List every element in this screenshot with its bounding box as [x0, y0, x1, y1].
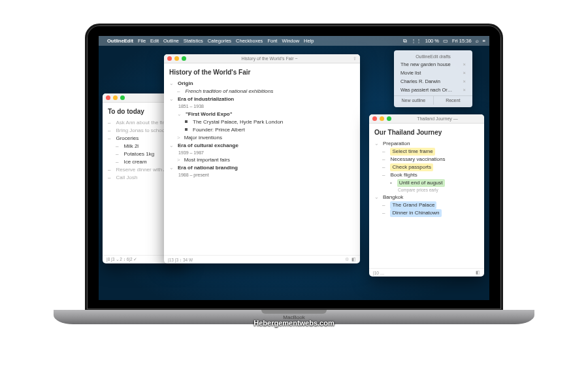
draft-item[interactable]: Charles R. Darwin× — [394, 77, 472, 86]
menu-edit[interactable]: Edit — [150, 38, 159, 44]
drafts-popover: OutlineEdit drafts The new garden house×… — [394, 50, 472, 107]
menubar-extra-icon[interactable]: ⧉ — [403, 38, 407, 44]
battery-percent: 100 % — [425, 38, 439, 44]
outline-item[interactable]: >Most important fairs — [177, 156, 355, 164]
minimize-icon[interactable] — [380, 116, 384, 121]
outline-item[interactable]: –Check passports — [382, 163, 479, 171]
outline-item[interactable]: ⌄Origin — [169, 80, 355, 88]
screen: OutlineEdit File Edit Outline Statistics… — [99, 36, 489, 300]
menu-file[interactable]: File — [138, 38, 146, 44]
outline-item[interactable]: >Major inventions — [177, 134, 355, 142]
share-icon[interactable]: ⇪ — [353, 56, 357, 61]
resize-icon[interactable]: ◧ — [351, 257, 356, 262]
dash-icon: – — [108, 127, 110, 135]
status-text: |10 … — [373, 271, 384, 275]
disclosure-icon[interactable]: > — [177, 156, 180, 164]
wifi-icon[interactable]: ⋮⋮ — [411, 38, 421, 44]
menu-categories[interactable]: Categories — [208, 38, 231, 44]
search-icon[interactable]: ⌕ — [476, 38, 479, 44]
close-icon[interactable] — [167, 56, 172, 61]
item-text: Major inventions — [184, 134, 222, 142]
outline-item[interactable]: –The Grand Palace — [382, 201, 479, 209]
item-text: Necessary vaccinations — [390, 156, 445, 163]
doc-title[interactable]: Our Thailand Journey — [374, 127, 479, 137]
zoom-icon[interactable] — [387, 116, 391, 121]
window-thailand[interactable]: Thailand Journey — Our Thailand Journey … — [369, 114, 484, 277]
watermark: Hebergementwebs.com — [253, 319, 334, 327]
outline-item[interactable]: –French tradition of national exhibition… — [177, 88, 355, 95]
outline-list[interactable]: ⌄Origin–French tradition of national exh… — [169, 80, 355, 179]
disclosure-icon[interactable]: ⌄ — [169, 95, 174, 103]
new-outline-button[interactable]: New outline — [394, 96, 434, 105]
window-history[interactable]: History of the World's Fair ~ ⇪ History … — [164, 54, 360, 263]
item-text: French tradition of national exhibitions — [185, 88, 273, 95]
menu-help[interactable]: Help — [304, 38, 314, 44]
minimize-icon[interactable] — [174, 56, 179, 61]
item-text: The Grand Palace — [390, 201, 436, 209]
outline-item[interactable]: –Dinner in Chinatown — [382, 209, 479, 217]
titlebar[interactable]: History of the World's Fair ~ ⇪ — [164, 54, 360, 63]
outline-item[interactable]: •Until end of august — [390, 179, 479, 187]
outline-item[interactable]: Founder: Prince Albert — [185, 126, 355, 134]
dash-icon: – — [108, 135, 110, 143]
disclosure-icon[interactable]: ⌄ — [169, 80, 174, 88]
doc-title[interactable]: History of the World's Fair — [169, 67, 355, 77]
dash-icon: – — [116, 158, 118, 166]
item-text: Bring Jonas to school — [116, 127, 166, 135]
outline-item[interactable]: –Book flights — [382, 171, 479, 179]
item-text: The Crystal Palace, Hyde Park London — [193, 118, 283, 126]
menu-statistics[interactable]: Statistics — [184, 38, 203, 44]
outline-item[interactable]: ⌄Era of industrialization — [169, 95, 355, 103]
outline-item[interactable]: ⌄Era of cultural exchange — [169, 142, 355, 150]
window-title: History of the World's Fair ~ — [189, 56, 350, 61]
outline-item[interactable]: ⌄Bangkok — [374, 193, 479, 201]
disclosure-icon[interactable]: ⌄ — [177, 110, 182, 118]
item-text: Call Josh — [116, 174, 137, 182]
dash-icon: – — [116, 150, 118, 158]
item-text: Most important fairs — [184, 156, 230, 164]
item-text: Preparation — [383, 140, 410, 148]
outline-note: Compare prices early — [398, 187, 479, 193]
outline-item[interactable]: –Necessary vaccinations — [382, 156, 479, 163]
disclosure-icon[interactable]: ⌄ — [169, 142, 174, 150]
menu-font[interactable]: Font — [267, 38, 277, 44]
dash-icon: – — [108, 119, 110, 127]
menu-window[interactable]: Window — [282, 38, 299, 44]
draft-item[interactable]: Was passiert nach Or…× — [394, 86, 472, 94]
zoom-icon[interactable] — [182, 56, 186, 61]
menu-outline[interactable]: Outline — [163, 38, 179, 44]
disclosure-icon[interactable]: > — [177, 134, 180, 142]
resize-icon[interactable]: ◧ — [476, 270, 480, 275]
battery-icon[interactable]: ▭ — [443, 38, 448, 44]
item-text: Reserve dinner with An — [116, 166, 169, 174]
outline-item[interactable]: The Crystal Palace, Hyde Park London — [185, 118, 355, 126]
zoom-icon[interactable] — [120, 95, 125, 100]
outline-item[interactable]: ⌄Era of national branding — [169, 164, 355, 172]
app-name[interactable]: OutlineEdit — [107, 38, 133, 44]
disclosure-icon[interactable]: ⌄ — [169, 164, 174, 172]
titlebar[interactable]: Thailand Journey — — [369, 114, 484, 124]
item-text: Era of cultural exchange — [178, 142, 238, 150]
gear-icon[interactable]: ⚙ — [345, 257, 349, 262]
outline-item[interactable]: ⌄"First World Expo" — [177, 110, 355, 118]
drafts-title: OutlineEdit drafts — [394, 53, 472, 60]
notification-center-icon[interactable]: ≡ — [483, 38, 485, 44]
clock[interactable]: Fri 15:36 — [452, 38, 472, 44]
close-icon[interactable] — [372, 116, 377, 121]
menu-checkboxes[interactable]: Checkboxes — [236, 38, 263, 44]
outline-list[interactable]: ⌄Preparation–Select time frame–Necessary… — [374, 140, 479, 217]
recent-button[interactable]: Recent — [434, 96, 473, 105]
item-text: Check passports — [390, 163, 433, 171]
disclosure-icon[interactable]: ⌄ — [374, 193, 379, 201]
outline-item[interactable]: ⌄Preparation — [374, 140, 479, 148]
window-title: Thailand Journey — — [394, 116, 481, 121]
macos-menubar[interactable]: OutlineEdit File Edit Outline Statistics… — [99, 36, 489, 46]
draft-item[interactable]: The new garden house× — [394, 60, 472, 69]
draft-item[interactable]: Movie list× — [394, 69, 472, 77]
item-text: Select time frame — [390, 148, 434, 156]
close-icon[interactable] — [106, 95, 110, 100]
item-text: Book flights — [390, 171, 417, 179]
minimize-icon[interactable] — [113, 95, 118, 100]
disclosure-icon[interactable]: ⌄ — [374, 140, 379, 148]
outline-item[interactable]: –Select time frame — [382, 148, 479, 156]
